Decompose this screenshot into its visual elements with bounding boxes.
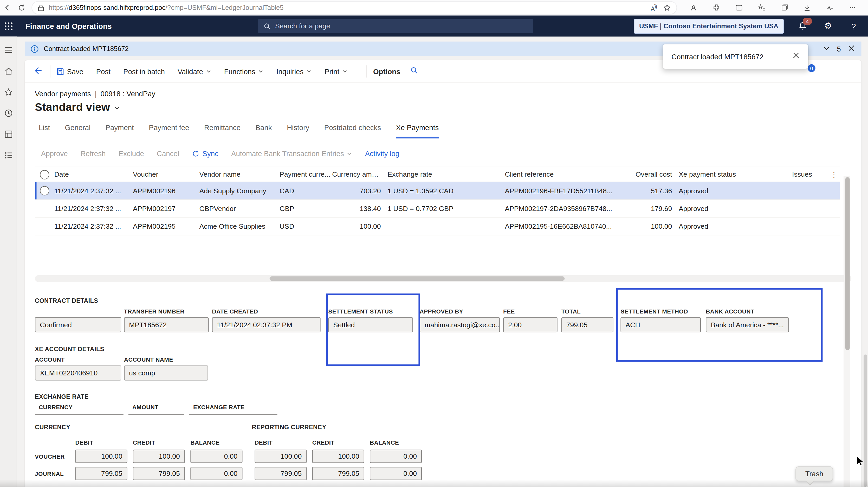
voucher-credit-input[interactable]: 100.00: [133, 450, 185, 463]
tab-bank[interactable]: Bank: [256, 124, 272, 139]
post-button[interactable]: Post: [96, 67, 111, 76]
tab-payment[interactable]: Payment: [105, 124, 134, 139]
date-created-input[interactable]: 11/21/2024 02:37:32 PM: [212, 317, 320, 332]
col-header-payment-currency[interactable]: Payment curre...: [280, 171, 332, 179]
form-vertical-scrollbar[interactable]: [843, 176, 850, 487]
col-header-currency-amount[interactable]: Currency amo...: [332, 171, 381, 179]
contract-status-input[interactable]: Confirmed: [35, 317, 121, 332]
scrollbar-thumb[interactable]: [845, 177, 849, 350]
help-icon[interactable]: ?: [847, 20, 860, 33]
activity-log-link[interactable]: Activity log: [365, 150, 399, 158]
journal-credit-input[interactable]: 799.05: [133, 467, 185, 480]
row-select-radio[interactable]: [40, 186, 49, 195]
global-search-input[interactable]: Search for a page: [258, 19, 533, 33]
waffle-menu-icon[interactable]: [0, 16, 17, 37]
grid-horizontal-scrollbar[interactable]: [35, 275, 851, 282]
tab-postdated-checks[interactable]: Postdated checks: [324, 124, 381, 139]
col-header-voucher[interactable]: Voucher: [133, 171, 199, 179]
journal-rep-debit-input[interactable]: 799.05: [255, 467, 307, 480]
tab-payment-fee[interactable]: Payment fee: [149, 124, 189, 139]
print-menu[interactable]: Print: [324, 67, 348, 76]
scrollbar-thumb[interactable]: [270, 276, 565, 281]
browser-back-icon[interactable]: [0, 2, 14, 14]
extensions-icon[interactable]: [705, 2, 727, 14]
browser-essentials-icon[interactable]: [818, 2, 841, 14]
approve-button[interactable]: Approve: [41, 150, 68, 158]
view-chevron-icon[interactable]: [114, 105, 120, 111]
grid-row-3[interactable]: 11/21/2024 2:37:32 ... APPM002195 Acme O…: [35, 218, 840, 236]
inquiries-menu[interactable]: Inquiries: [276, 67, 312, 76]
tab-list[interactable]: List: [39, 124, 50, 139]
tab-general[interactable]: General: [65, 124, 91, 139]
close-message-bar-icon[interactable]: [848, 44, 855, 53]
journal-rep-credit-input[interactable]: 799.05: [312, 467, 364, 480]
settlement-method-input[interactable]: ACH: [620, 317, 701, 332]
save-button[interactable]: Save: [56, 67, 84, 76]
favorite-star-icon[interactable]: [662, 2, 672, 14]
refresh-page-icon[interactable]: [822, 66, 832, 76]
cancel-button[interactable]: Cancel: [157, 150, 179, 158]
account-input[interactable]: XEMT0220406910: [35, 366, 121, 381]
col-header-issues[interactable]: Issues: [756, 171, 812, 179]
browser-refresh-icon[interactable]: [14, 2, 29, 14]
sync-button[interactable]: Sync: [192, 150, 218, 158]
options-button[interactable]: Options: [373, 67, 400, 76]
downloads-icon[interactable]: [796, 2, 818, 14]
post-in-batch-button[interactable]: Post in batch: [123, 67, 165, 76]
profile-icon[interactable]: [682, 2, 705, 14]
tab-history[interactable]: History: [287, 124, 309, 139]
transfer-number-input[interactable]: MPT185672: [124, 317, 209, 332]
voucher-balance-input[interactable]: 0.00: [190, 450, 242, 463]
col-header-exchange-rate[interactable]: Exchange rate: [381, 171, 505, 179]
col-header-xe-payment-status[interactable]: Xe payment status: [672, 171, 756, 179]
grid-options-icon[interactable]: ⋮: [830, 171, 840, 179]
tab-remittance[interactable]: Remittance: [204, 124, 241, 139]
favorites-star-icon[interactable]: [4, 87, 13, 96]
account-name-input[interactable]: us comp: [124, 366, 208, 381]
workspaces-icon[interactable]: [4, 129, 13, 139]
journal-debit-input[interactable]: 799.05: [75, 467, 127, 480]
browser-menu-icon[interactable]: [841, 2, 864, 14]
tab-xe-payments[interactable]: Xe Payments: [396, 124, 439, 139]
settings-gear-icon[interactable]: ⚙: [822, 20, 835, 33]
validate-menu[interactable]: Validate: [178, 67, 211, 76]
expand-messages-chevron-icon[interactable]: [823, 45, 830, 52]
recent-clock-icon[interactable]: [4, 109, 13, 117]
col-header-date[interactable]: Date: [54, 171, 133, 179]
exclude-button[interactable]: Exclude: [118, 150, 144, 158]
fee-input[interactable]: 2.00: [503, 317, 558, 332]
company-picker[interactable]: USMF | Contoso Entertainment System USA: [634, 19, 784, 33]
split-screen-icon[interactable]: [727, 2, 750, 14]
col-header-overall-cost[interactable]: Overall cost: [632, 171, 672, 179]
select-all-radio[interactable]: [40, 170, 49, 179]
breadcrumb-area[interactable]: Vendor payments: [35, 90, 91, 98]
home-icon[interactable]: [4, 66, 13, 75]
command-search-icon[interactable]: [410, 66, 420, 76]
page-back-icon[interactable]: [33, 66, 44, 77]
journal-balance-input[interactable]: 0.00: [190, 467, 242, 480]
collections-icon[interactable]: [773, 2, 796, 14]
total-input[interactable]: 799.05: [561, 317, 613, 332]
hamburger-menu-icon[interactable]: [4, 45, 13, 54]
address-bar[interactable]: https://d365finops-sand.hifxpreprod.poc/…: [32, 2, 676, 14]
open-in-new-window-icon[interactable]: [842, 66, 852, 76]
col-header-vendor-name[interactable]: Vendor name: [199, 171, 280, 179]
settlement-status-input[interactable]: Settled: [328, 317, 413, 332]
col-header-client-reference[interactable]: Client reference: [505, 171, 632, 179]
voucher-debit-input[interactable]: 100.00: [75, 450, 127, 463]
voucher-rep-credit-input[interactable]: 100.00: [312, 450, 364, 463]
grid-row-2[interactable]: 11/21/2024 2:37:32 ... APPM002197 GBPVen…: [35, 200, 840, 218]
bank-account-input[interactable]: Bank of America - ****...: [706, 317, 789, 332]
notifications-bell-icon[interactable]: 4: [796, 20, 809, 33]
approved-by-input[interactable]: mahima.rastogi@xe.co...: [420, 317, 500, 332]
refresh-button[interactable]: Refresh: [81, 150, 106, 158]
automate-bank-transaction-entries-menu[interactable]: Automate Bank Transaction Entries: [231, 150, 352, 158]
window-scrollbar[interactable]: [864, 354, 867, 487]
favorites-bar-icon[interactable]: [750, 2, 773, 14]
voucher-rep-debit-input[interactable]: 100.00: [255, 450, 307, 463]
voucher-rep-balance-input[interactable]: 0.00: [370, 450, 422, 463]
journal-rep-balance-input[interactable]: 0.00: [370, 467, 422, 480]
toast-close-icon[interactable]: [793, 52, 801, 61]
read-aloud-icon[interactable]: A)): [651, 4, 657, 12]
grid-row-1[interactable]: 11/21/2024 2:37:32 ... APPM002196 Ade Su…: [35, 182, 840, 200]
